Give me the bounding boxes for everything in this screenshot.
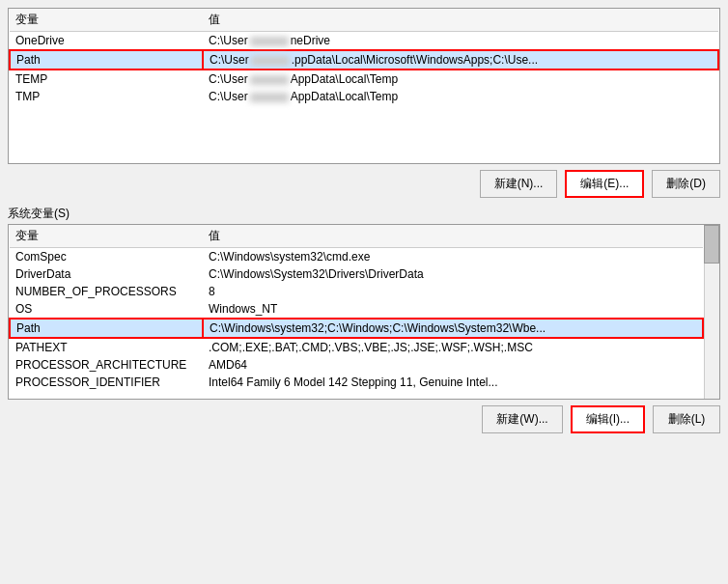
sys-vars-cell-var: PROCESSOR_IDENTIFIER	[10, 374, 203, 391]
user-vars-header-row: 变量 值	[10, 9, 718, 32]
sys-vars-col-header-var: 变量	[10, 225, 203, 248]
sys-vars-row[interactable]: PathC:\Windows\system32;C:\Windows;C:\Wi…	[10, 319, 703, 338]
sys-vars-row[interactable]: PATHEXT.COM;.EXE;.BAT;.CMD;.VBS;.VBE;.JS…	[10, 338, 703, 356]
sys-vars-cell-var: ComSpec	[10, 248, 203, 266]
sys-vars-edit-button[interactable]: 编辑(I)...	[571, 405, 645, 433]
user-vars-cell-val: C:\UserAppData\Local\Temp	[203, 88, 718, 105]
user-vars-delete-button[interactable]: 删除(D)	[652, 170, 720, 198]
sys-vars-cell-var: OS	[10, 300, 203, 319]
user-vars-table: 变量 值 OneDriveC:\UserneDrivePathC:\User.p…	[9, 9, 719, 105]
user-vars-row[interactable]: TMPC:\UserAppData\Local\Temp	[10, 88, 718, 105]
sys-vars-buttons: 新建(W)... 编辑(I)... 删除(L)	[8, 405, 720, 433]
sys-vars-row[interactable]: ComSpecC:\Windows\system32\cmd.exe	[10, 248, 703, 266]
sys-vars-scroll-area[interactable]: 变量 值 ComSpecC:\Windows\system32\cmd.exeD…	[9, 225, 719, 399]
sys-vars-header-row: 变量 值	[10, 225, 703, 248]
sys-vars-cell-val: Intel64 Family 6 Model 142 Stepping 11, …	[203, 374, 703, 391]
sys-vars-scrollbar-thumb[interactable]	[704, 225, 719, 264]
sys-vars-table-container: 变量 值 ComSpecC:\Windows\system32\cmd.exeD…	[8, 224, 720, 400]
sys-vars-cell-val: C:\Windows\System32\Drivers\DriverData	[203, 265, 703, 283]
sys-vars-cell-val: .COM;.EXE;.BAT;.CMD;.VBS;.VBE;.JS;.JSE;.…	[203, 338, 703, 356]
user-vars-section: 变量 值 OneDriveC:\UserneDrivePathC:\User.p…	[8, 8, 720, 198]
sys-vars-table: 变量 值 ComSpecC:\Windows\system32\cmd.exeD…	[9, 225, 704, 391]
user-vars-cell-var: TMP	[10, 88, 203, 105]
user-vars-row[interactable]: PathC:\User.ppData\Local\Microsoft\Windo…	[10, 50, 718, 70]
user-vars-cell-var: Path	[10, 50, 203, 70]
user-vars-col-header-var: 变量	[10, 9, 203, 32]
sys-vars-scrollbar-track[interactable]	[704, 225, 719, 399]
user-vars-col-header-val: 值	[203, 9, 718, 32]
user-vars-row[interactable]: OneDriveC:\UserneDrive	[10, 32, 718, 51]
sys-vars-col-header-val: 值	[203, 225, 703, 248]
sys-vars-cell-val: AMD64	[203, 356, 703, 374]
sys-vars-cell-var: Path	[10, 319, 203, 338]
sys-vars-label: 系统变量(S)	[8, 206, 720, 222]
user-vars-scroll-area[interactable]: 变量 值 OneDriveC:\UserneDrivePathC:\User.p…	[9, 9, 719, 163]
sys-vars-section: 系统变量(S) 变量 值 ComSpecC:\Windows\system32\…	[8, 206, 720, 433]
user-vars-cell-val: C:\UserneDrive	[203, 32, 718, 51]
user-vars-row[interactable]: TEMPC:\UserAppData\Local\Temp	[10, 70, 718, 88]
sys-vars-cell-var: DriverData	[10, 265, 203, 283]
sys-vars-new-button[interactable]: 新建(W)...	[482, 405, 562, 433]
user-vars-new-button[interactable]: 新建(N)...	[480, 170, 558, 198]
sys-vars-row[interactable]: DriverDataC:\Windows\System32\Drivers\Dr…	[10, 265, 703, 283]
user-vars-buttons: 新建(N)... 编辑(E)... 删除(D)	[8, 170, 720, 198]
sys-vars-row[interactable]: NUMBER_OF_PROCESSORS8	[10, 283, 703, 300]
user-vars-edit-button[interactable]: 编辑(E)...	[565, 170, 644, 198]
sys-vars-row[interactable]: PROCESSOR_ARCHITECTUREAMD64	[10, 356, 703, 374]
user-vars-cell-val: C:\User.ppData\Local\Microsoft\WindowsAp…	[203, 50, 718, 70]
sys-vars-row[interactable]: PROCESSOR_IDENTIFIERIntel64 Family 6 Mod…	[10, 374, 703, 391]
user-vars-cell-val: C:\UserAppData\Local\Temp	[203, 70, 718, 88]
sys-vars-cell-var: PATHEXT	[10, 338, 203, 356]
sys-vars-row[interactable]: OSWindows_NT	[10, 300, 703, 319]
user-vars-cell-var: TEMP	[10, 70, 203, 88]
user-vars-cell-var: OneDrive	[10, 32, 203, 51]
sys-vars-delete-button[interactable]: 删除(L)	[653, 405, 720, 433]
sys-vars-cell-var: PROCESSOR_ARCHITECTURE	[10, 356, 203, 374]
sys-vars-cell-val: C:\Windows\system32\cmd.exe	[203, 248, 703, 266]
sys-vars-cell-val: Windows_NT	[203, 300, 703, 319]
sys-vars-cell-var: NUMBER_OF_PROCESSORS	[10, 283, 203, 300]
user-vars-table-container: 变量 值 OneDriveC:\UserneDrivePathC:\User.p…	[8, 8, 720, 164]
sys-vars-cell-val: 8	[203, 283, 703, 300]
sys-vars-cell-val: C:\Windows\system32;C:\Windows;C:\Window…	[203, 319, 703, 338]
